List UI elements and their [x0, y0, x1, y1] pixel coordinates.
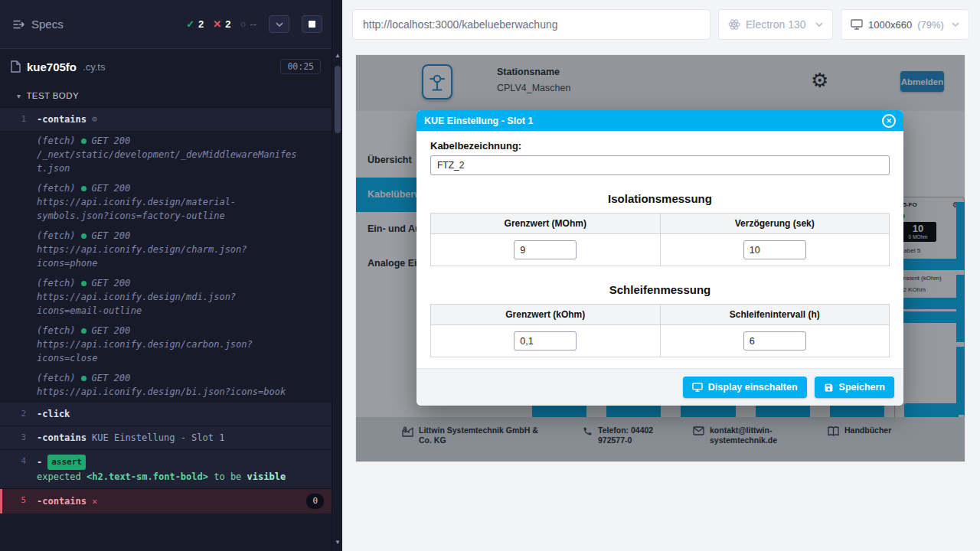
iso-delay-cell	[660, 234, 890, 266]
command-line-number: 2	[0, 407, 37, 421]
network-log-row[interactable]: (fetch)GET 200 https://api.iconify.desig…	[0, 273, 332, 321]
fetch-label: (fetch)	[37, 134, 76, 148]
specs-list-icon	[12, 19, 24, 30]
command-method: -contains	[37, 112, 87, 126]
fetch-label: (fetch)	[37, 371, 76, 385]
modal-header: KUE Einstellung - Slot 1 ✕	[416, 110, 903, 131]
loop-table: Grenzwert (kOhm) Schleifenintervall (h)	[430, 304, 890, 357]
scroll-down-arrow-icon[interactable]: ▼	[332, 537, 343, 548]
failed-count: 2	[225, 18, 230, 30]
loop-col2-header: Schleifenintervall (h)	[660, 305, 890, 325]
command-log: 1 -contains ⚙ (fetch)GET 200 /_next/stat…	[0, 107, 332, 551]
test-body-label: TEST BODY	[26, 91, 79, 100]
log-status: GET 200	[92, 229, 131, 243]
command-line-number: 1	[0, 112, 37, 126]
command-row-assert[interactable]: 4 - assert expected <h2.text-sm.font-bol…	[0, 449, 332, 488]
iso-delay-input[interactable]	[743, 240, 806, 259]
status-dot-icon	[81, 376, 87, 381]
reporter-scrollbar-thumb[interactable]	[335, 66, 341, 133]
kue-settings-modal: KUE Einstellung - Slot 1 ✕ Kabelbezeichn…	[416, 110, 903, 406]
fetch-label: (fetch)	[37, 181, 76, 195]
network-log-row[interactable]: (fetch)GET 200 https://api.iconify.desig…	[0, 178, 332, 226]
viewport-select[interactable]: 1000x660 (79%)	[841, 9, 969, 40]
chevron-down-icon	[952, 22, 959, 27]
reporter-scrollbar[interactable]: ▲ ▼	[332, 0, 342, 551]
screen: Specs ✓2 ✕2 ○-- kue705fo .cy.ts 00:25 ▾ …	[0, 0, 980, 551]
cable-name-input[interactable]	[430, 155, 890, 175]
assert-connector: to be	[214, 471, 241, 482]
command-row-contains-1[interactable]: 1 -contains ⚙	[0, 107, 332, 131]
log-url: https://api.iconify.design/material-symb…	[37, 195, 300, 223]
command-options-gear-icon: ⚙	[92, 112, 97, 126]
spec-header[interactable]: kue705fo .cy.ts 00:25	[0, 49, 332, 84]
network-log-row[interactable]: (fetch)GET 200 https://api.iconify.desig…	[0, 321, 332, 368]
spec-timer: 00:25	[280, 59, 321, 74]
caret-down-icon: ▾	[17, 92, 21, 100]
cable-name-label: Kabelbezeichnung:	[430, 140, 890, 152]
app-under-test: Stationsname CPLV4_Maschen ⚙ Abmelden Üb…	[356, 55, 965, 461]
check-icon: ✓	[186, 18, 194, 30]
pending-count: --	[250, 18, 256, 30]
loop-section-title: Schleifenmessung	[430, 283, 890, 296]
command-row-contains-failed[interactable]: 5 -contains ✕ 0	[0, 488, 332, 514]
loop-limit-cell	[431, 325, 661, 357]
chevron-down-icon	[815, 22, 823, 27]
close-icon[interactable]: ✕	[882, 114, 896, 128]
loop-interval-input[interactable]	[743, 331, 806, 350]
assert-expected: expected	[37, 471, 81, 482]
command-line-number: 5	[0, 494, 37, 507]
iso-limit-input[interactable]	[514, 240, 577, 259]
test-body-toggle[interactable]: ▾ TEST BODY	[0, 84, 332, 107]
viewport-zoom: (79%)	[917, 19, 944, 31]
status-dot-icon	[81, 186, 87, 191]
specs-menu-button[interactable]: Specs	[12, 18, 64, 31]
modal-footer: Display einschalten Speichern	[416, 368, 903, 406]
monitor-icon	[692, 383, 703, 392]
command-message: KUE Einstellung - Slot 1	[92, 431, 224, 445]
stat-passed[interactable]: ✓2	[186, 18, 204, 30]
stop-run-button[interactable]	[302, 15, 322, 33]
network-log-row[interactable]: (fetch)GET 200 https://api.iconify.desig…	[0, 368, 332, 402]
isolation-table: Grenzwert (MOhm) Verzögerung (sek)	[430, 213, 890, 266]
display-on-button[interactable]: Display einschalten	[683, 377, 807, 398]
spec-name: kue705fo	[27, 60, 77, 73]
url-input[interactable]	[352, 9, 710, 40]
specs-label: Specs	[31, 18, 64, 31]
scroll-up-arrow-icon[interactable]: ▲	[332, 51, 343, 61]
iso-col1-header: Grenzwert (MOhm)	[431, 214, 661, 234]
modal-title: KUE Einstellung - Slot 1	[424, 116, 533, 126]
log-url: https://api.iconify.design/carbon.json?i…	[37, 337, 300, 365]
passed-count: 2	[198, 18, 204, 30]
save-button[interactable]: Speichern	[815, 377, 894, 398]
iso-limit-cell	[431, 234, 661, 266]
loop-interval-cell	[660, 325, 890, 357]
command-method: -contains	[37, 431, 87, 445]
assert-target-selector: <h2.text-sm.font-bold>	[87, 471, 208, 482]
cypress-reporter: Specs ✓2 ✕2 ○-- kue705fo .cy.ts 00:25 ▾ …	[0, 0, 332, 551]
browser-select[interactable]: Electron 130	[718, 9, 833, 40]
network-log-row[interactable]: (fetch)GET 200 https://api.iconify.desig…	[0, 226, 332, 273]
browser-name: Electron 130	[746, 18, 806, 31]
iso-col2-header: Verzögerung (sek)	[660, 214, 890, 234]
loop-limit-input[interactable]	[514, 331, 577, 350]
status-dot-icon	[81, 328, 87, 334]
stat-failed[interactable]: ✕2	[213, 18, 230, 30]
command-row-click[interactable]: 2 -click	[0, 402, 332, 425]
chevron-down-icon	[276, 22, 283, 27]
command-method: -contains	[37, 494, 87, 508]
collapse-all-button[interactable]	[269, 15, 289, 33]
reporter-header: Specs ✓2 ✕2 ○--	[0, 0, 332, 49]
log-status: GET 200	[92, 276, 131, 290]
network-log-row[interactable]: (fetch)GET 200 /_next/static/development…	[0, 131, 332, 178]
isolation-section-title: Isolationsmessung	[430, 192, 890, 205]
fail-cross-icon: ✕	[92, 494, 97, 508]
command-row-contains-2[interactable]: 3 -contains KUE Einstellung - Slot 1	[0, 425, 332, 449]
stat-pending[interactable]: ○--	[240, 18, 256, 30]
run-stats: ✓2 ✕2 ○--	[186, 15, 322, 33]
status-dot-icon	[81, 139, 87, 144]
command-line-number: 3	[0, 431, 37, 445]
loop-col1-header: Grenzwert (kOhm)	[431, 305, 661, 325]
display-on-label: Display einschalten	[708, 382, 798, 393]
assert-message: expected <h2.text-sm.font-bold> to be vi…	[37, 470, 286, 484]
floppy-save-icon	[824, 383, 834, 393]
